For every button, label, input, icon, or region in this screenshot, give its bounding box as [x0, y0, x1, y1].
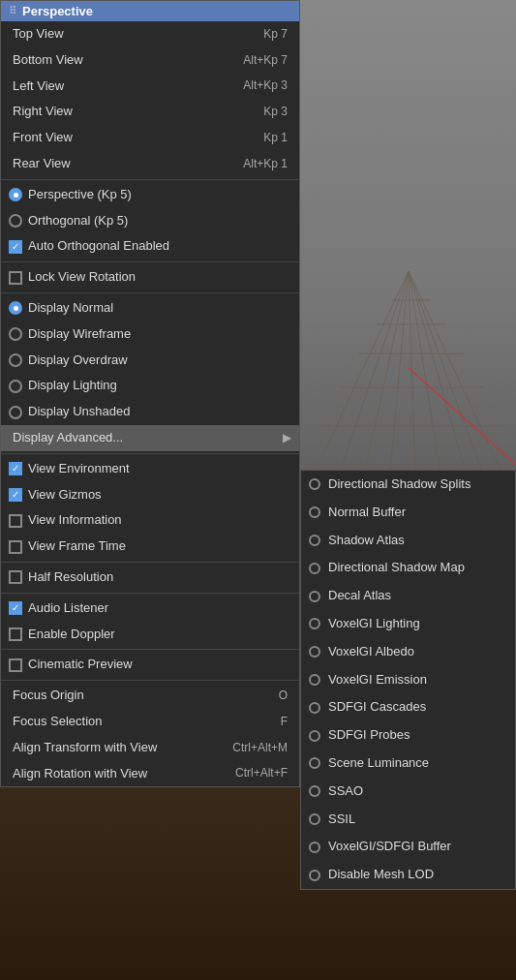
view-environment-item[interactable]: ✓ View Environment — [1, 456, 299, 482]
focus-selection-item[interactable]: Focus Selection F — [1, 709, 299, 735]
voxelgi-sdfgi-buffer-radio — [309, 842, 320, 853]
voxelgi-sdfgi-buffer-item[interactable]: VoxelGI/SDFGI Buffer — [301, 833, 515, 861]
directional-shadow-map-item[interactable]: Directional Shadow Map — [301, 554, 515, 582]
scene-luminance-item[interactable]: Scene Luminance — [301, 750, 515, 778]
display-normal-item[interactable]: Display Normal — [1, 295, 299, 322]
menu-title: Perspective — [22, 4, 93, 18]
voxelgi-lighting-item[interactable]: VoxelGI Lighting — [301, 610, 515, 638]
sdfgi-cascades-radio — [309, 702, 320, 714]
cinematic-preview-checkbox — [9, 658, 22, 672]
view-frame-time-item[interactable]: View Frame Time — [1, 534, 299, 560]
cinematic-preview-item[interactable]: Cinematic Preview — [1, 652, 299, 678]
shadow-atlas-item[interactable]: Shadow Atlas — [301, 527, 515, 555]
enable-doppler-checkbox — [9, 628, 22, 641]
display-lighting-radio — [9, 380, 22, 393]
audio-listener-item[interactable]: ✓ Audio Listener — [1, 596, 299, 622]
display-normal-radio — [9, 301, 22, 315]
normal-buffer-item[interactable]: Normal Buffer — [301, 499, 515, 527]
perspective-radio — [9, 188, 22, 201]
submenu-arrow-icon: ▶ — [283, 429, 291, 447]
lock-view-checkbox — [9, 271, 22, 285]
directional-shadow-splits-radio — [309, 478, 320, 490]
sdfgi-cascades-item[interactable]: SDFGI Cascades — [301, 693, 515, 721]
sdfgi-probes-radio — [309, 730, 320, 742]
auto-orthogonal-item[interactable]: ✓ Auto Orthogonal Enabled — [1, 233, 299, 260]
bottom-view-item[interactable]: Bottom View Alt+Kp 7 — [1, 47, 299, 74]
align-transform-item[interactable]: Align Transform with View Ctrl+Alt+M — [1, 735, 299, 761]
rear-view-item[interactable]: Rear View Alt+Kp 1 — [1, 151, 299, 177]
decal-atlas-radio — [309, 591, 320, 602]
orthogonal-radio-item[interactable]: Orthogonal (Kp 5) — [1, 208, 299, 234]
align-rotation-item[interactable]: Align Rotation with View Ctrl+Alt+F — [1, 761, 299, 787]
display-lighting-item[interactable]: Display Lighting — [1, 373, 299, 399]
view-gizmos-item[interactable]: ✓ View Gizmos — [1, 482, 299, 508]
display-wireframe-radio — [9, 327, 22, 341]
normal-buffer-radio — [309, 506, 320, 518]
divider-6 — [1, 593, 299, 594]
menu-header[interactable]: ⠿ Perspective — [1, 1, 299, 21]
divider-4 — [1, 453, 299, 454]
divider-7 — [1, 649, 299, 650]
divider-1 — [1, 179, 299, 180]
right-dropdown-menu: Directional Shadow Splits Normal Buffer … — [300, 470, 516, 890]
voxelgi-emission-radio — [309, 674, 320, 686]
right-view-item[interactable]: Right View Kp 3 — [1, 99, 299, 125]
ssil-item[interactable]: SSIL — [301, 806, 515, 834]
auto-orthogonal-checkbox: ✓ — [9, 240, 22, 254]
top-view-item[interactable]: Top View Kp 7 — [1, 21, 299, 47]
voxelgi-emission-item[interactable]: VoxelGI Emission — [301, 666, 515, 694]
divider-8 — [1, 680, 299, 681]
view-information-checkbox — [9, 514, 22, 528]
drag-handle-icon: ⠿ — [9, 5, 16, 17]
left-view-item[interactable]: Left View Alt+Kp 3 — [1, 74, 299, 100]
left-dropdown-menu: ⠿ Perspective Top View Kp 7 Bottom View … — [0, 0, 300, 787]
decal-atlas-item[interactable]: Decal Atlas — [301, 582, 515, 610]
voxelgi-lighting-radio — [309, 618, 320, 629]
voxelgi-albedo-radio — [309, 646, 320, 658]
front-view-item[interactable]: Front View Kp 1 — [1, 125, 299, 151]
shadow-atlas-radio — [309, 535, 320, 546]
ssao-item[interactable]: SSAO — [301, 778, 515, 806]
directional-shadow-splits-item[interactable]: Directional Shadow Splits — [301, 471, 515, 499]
divider-3 — [1, 292, 299, 293]
voxelgi-albedo-item[interactable]: VoxelGI Albedo — [301, 638, 515, 666]
display-unshaded-radio — [9, 406, 22, 419]
orthogonal-radio — [9, 214, 22, 228]
lock-view-item[interactable]: Lock View Rotation — [1, 264, 299, 291]
half-resolution-checkbox — [9, 570, 22, 584]
display-wireframe-item[interactable]: Display Wireframe — [1, 322, 299, 348]
disable-mesh-lod-radio — [309, 870, 320, 881]
disable-mesh-lod-item[interactable]: Disable Mesh LOD — [301, 861, 515, 889]
ssil-radio — [309, 813, 320, 825]
sdfgi-probes-item[interactable]: SDFGI Probes — [301, 721, 515, 750]
directional-shadow-map-radio — [309, 563, 320, 574]
display-overdraw-item[interactable]: Display Overdraw — [1, 348, 299, 374]
audio-listener-checkbox: ✓ — [9, 601, 22, 615]
enable-doppler-item[interactable]: Enable Doppler — [1, 622, 299, 648]
display-advanced-item[interactable]: Display Advanced... ▶ — [1, 425, 299, 451]
divider-2 — [1, 261, 299, 262]
view-frame-time-checkbox — [9, 540, 22, 554]
scene-luminance-radio — [309, 757, 320, 769]
half-resolution-item[interactable]: Half Resolution — [1, 565, 299, 591]
focus-origin-item[interactable]: Focus Origin O — [1, 683, 299, 709]
ssao-radio — [309, 785, 320, 797]
view-environment-checkbox: ✓ — [9, 462, 22, 475]
divider-5 — [1, 562, 299, 563]
view-gizmos-checkbox: ✓ — [9, 488, 22, 502]
view-information-item[interactable]: View Information — [1, 507, 299, 534]
perspective-radio-item[interactable]: Perspective (Kp 5) — [1, 182, 299, 208]
display-unshaded-item[interactable]: Display Unshaded — [1, 399, 299, 425]
display-overdraw-radio — [9, 353, 22, 367]
